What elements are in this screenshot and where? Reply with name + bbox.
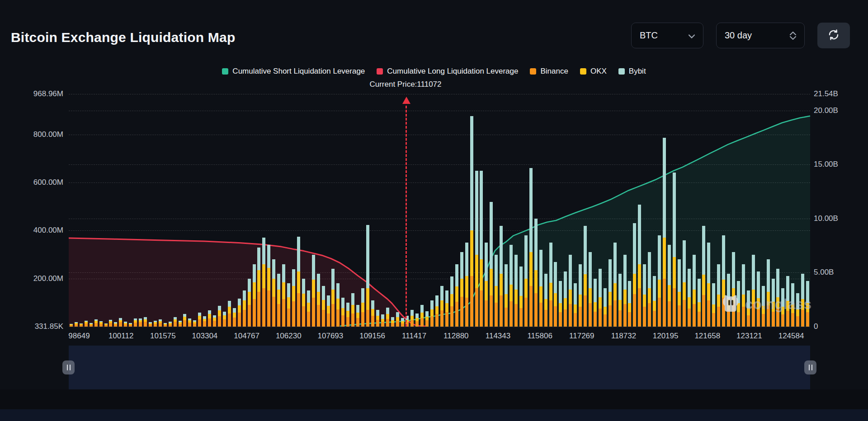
- liquidation-bar[interactable]: [322, 286, 325, 327]
- navigator-right-handle[interactable]: [804, 360, 816, 374]
- liquidation-bar[interactable]: [683, 240, 686, 327]
- liquidation-bar[interactable]: [208, 310, 211, 327]
- liquidation-bar[interactable]: [104, 323, 108, 327]
- liquidation-bar[interactable]: [134, 318, 137, 327]
- liquidation-bar[interactable]: [781, 288, 784, 327]
- liquidation-bar[interactable]: [149, 322, 152, 327]
- liquidation-bar[interactable]: [776, 269, 779, 327]
- liquidation-bar[interactable]: [139, 318, 142, 327]
- liquidation-bar[interactable]: [796, 293, 799, 327]
- liquidation-bar[interactable]: [668, 245, 671, 327]
- liquidation-bar[interactable]: [114, 322, 117, 327]
- liquidation-bar[interactable]: [435, 295, 439, 327]
- liquidation-bar[interactable]: [678, 259, 681, 327]
- liquidation-bar[interactable]: [331, 269, 335, 327]
- liquidation-bar[interactable]: [470, 116, 473, 327]
- liquidation-bar[interactable]: [391, 317, 394, 327]
- liquidation-bar[interactable]: [732, 252, 735, 327]
- legend-item[interactable]: Cumulative Short Liquidation Leverage: [222, 67, 365, 76]
- liquidation-bar[interactable]: [455, 264, 458, 327]
- liquidation-bar[interactable]: [243, 290, 246, 327]
- liquidation-bar[interactable]: [445, 290, 448, 327]
- liquidation-bar[interactable]: [80, 323, 83, 327]
- liquidation-bar[interactable]: [341, 298, 344, 327]
- liquidation-bar[interactable]: [371, 300, 374, 327]
- legend-item[interactable]: Binance: [530, 67, 568, 76]
- liquidation-bar[interactable]: [490, 202, 493, 327]
- liquidation-bar[interactable]: [623, 255, 627, 327]
- legend-item[interactable]: Bybit: [618, 67, 646, 76]
- liquidation-bar[interactable]: [609, 259, 612, 327]
- range-navigator[interactable]: [69, 346, 810, 389]
- liquidation-bar[interactable]: [584, 226, 587, 327]
- liquidation-bar[interactable]: [465, 243, 468, 327]
- liquidation-bar[interactable]: [564, 271, 567, 327]
- liquidation-bar[interactable]: [648, 252, 651, 327]
- liquidation-bar[interactable]: [673, 173, 676, 327]
- liquidation-bar[interactable]: [327, 295, 330, 327]
- liquidation-bar[interactable]: [85, 321, 88, 327]
- liquidation-bar[interactable]: [628, 281, 631, 327]
- liquidation-bar[interactable]: [440, 286, 443, 327]
- liquidation-bar[interactable]: [495, 255, 498, 327]
- liquidation-bar[interactable]: [174, 317, 177, 327]
- liquidation-bar[interactable]: [129, 323, 132, 327]
- liquidation-bar[interactable]: [193, 320, 196, 327]
- liquidation-bar[interactable]: [757, 271, 760, 327]
- liquidation-bar[interactable]: [99, 321, 103, 327]
- liquidation-bar[interactable]: [579, 264, 582, 327]
- liquidation-bar[interactable]: [317, 274, 320, 327]
- liquidation-bar[interactable]: [75, 322, 78, 327]
- liquidation-bar[interactable]: [410, 310, 414, 327]
- liquidation-bar[interactable]: [361, 288, 364, 327]
- liquidation-bar[interactable]: [183, 314, 186, 327]
- liquidation-bar[interactable]: [589, 252, 592, 327]
- liquidation-bar[interactable]: [282, 264, 285, 327]
- liquidation-bar[interactable]: [248, 279, 251, 327]
- liquidation-bar[interactable]: [218, 306, 221, 327]
- liquidation-bar[interactable]: [688, 269, 691, 327]
- liquidation-bar[interactable]: [742, 264, 745, 327]
- liquidation-bar[interactable]: [292, 269, 295, 327]
- liquidation-bar[interactable]: [618, 274, 622, 327]
- liquidation-bar[interactable]: [707, 243, 710, 327]
- liquidation-bar[interactable]: [727, 274, 730, 327]
- liquidation-bar[interactable]: [485, 243, 488, 327]
- liquidation-bar[interactable]: [401, 318, 404, 327]
- liquidation-bar[interactable]: [188, 318, 191, 327]
- liquidation-bar[interactable]: [569, 255, 572, 327]
- liquidation-bar[interactable]: [267, 245, 270, 327]
- liquidation-bar[interactable]: [638, 205, 641, 327]
- liquidation-bar[interactable]: [658, 235, 661, 327]
- liquidation-bar[interactable]: [633, 223, 636, 327]
- liquidation-bar[interactable]: [747, 290, 750, 327]
- refresh-button[interactable]: [817, 23, 850, 48]
- liquidation-bar[interactable]: [549, 243, 552, 327]
- liquidation-bar[interactable]: [386, 308, 389, 327]
- liquidation-bar[interactable]: [159, 319, 162, 327]
- liquidation-bar[interactable]: [534, 219, 538, 327]
- liquidation-bar[interactable]: [599, 269, 602, 327]
- liquidation-bar[interactable]: [272, 259, 275, 327]
- liquidation-bar[interactable]: [124, 322, 127, 327]
- liquidation-bar[interactable]: [257, 248, 260, 327]
- range-select[interactable]: 30 day: [716, 23, 805, 48]
- coin-select[interactable]: BTC: [631, 23, 703, 48]
- liquidation-bar[interactable]: [366, 225, 369, 327]
- liquidation-bar[interactable]: [287, 283, 290, 327]
- liquidation-bar[interactable]: [302, 279, 305, 327]
- liquidation-bar[interactable]: [420, 305, 424, 327]
- liquidation-bar[interactable]: [475, 171, 478, 327]
- liquidation-bar[interactable]: [415, 313, 419, 327]
- liquidation-bar[interactable]: [425, 311, 429, 327]
- liquidation-bar[interactable]: [164, 323, 167, 327]
- liquidation-bar[interactable]: [500, 226, 503, 327]
- liquidation-bar[interactable]: [336, 283, 340, 327]
- liquidation-bar[interactable]: [90, 323, 93, 327]
- liquidation-bar[interactable]: [238, 299, 241, 327]
- liquidation-bar[interactable]: [702, 226, 705, 327]
- liquidation-bar[interactable]: [514, 255, 518, 327]
- liquidation-bar[interactable]: [460, 252, 463, 327]
- liquidation-bar[interactable]: [297, 237, 300, 327]
- liquidation-bar[interactable]: [604, 288, 607, 327]
